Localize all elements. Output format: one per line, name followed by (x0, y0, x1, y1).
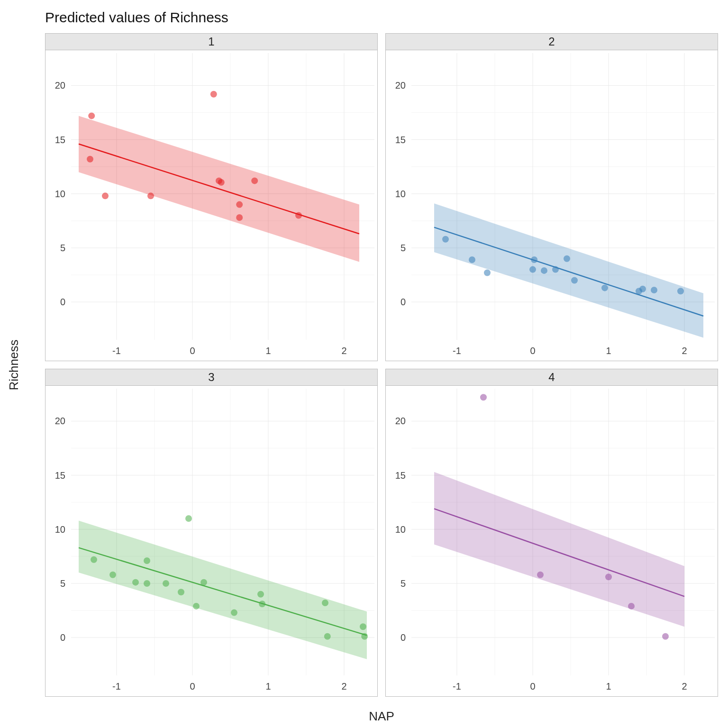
data-point (231, 610, 237, 616)
y-tick-label: 10 (55, 524, 65, 535)
data-point (442, 236, 449, 243)
y-axis-label: Richness (7, 340, 21, 391)
data-point (480, 394, 487, 400)
data-point (236, 214, 243, 221)
y-tick-label: 10 (395, 189, 406, 199)
data-point (102, 192, 109, 199)
data-point (529, 266, 536, 273)
y-tick-label: 5 (60, 578, 65, 589)
fit-line (79, 548, 367, 636)
facet-4: 4 -101205101520 (385, 369, 718, 697)
data-point (147, 192, 154, 199)
x-tick-label: 2 (682, 346, 687, 356)
chart-title: Predicted values of Richness (45, 9, 228, 26)
data-point (360, 623, 366, 630)
confidence-ribbon (79, 521, 367, 659)
x-tick-label: 2 (341, 346, 346, 356)
y-tick-label: 15 (395, 135, 406, 145)
data-point (677, 288, 684, 294)
y-tick-label: 5 (400, 243, 406, 253)
data-point (361, 633, 368, 640)
data-point (541, 267, 547, 274)
y-tick-label: 20 (55, 416, 65, 426)
data-point (193, 603, 200, 610)
data-point (132, 579, 139, 586)
data-point (185, 515, 192, 522)
confidence-ribbon (434, 203, 703, 337)
data-point (144, 580, 150, 587)
y-tick-label: 15 (55, 135, 65, 145)
y-tick-label: 20 (55, 80, 65, 91)
x-tick-label: 1 (265, 681, 271, 692)
facet-3: 3 -101205101520 (45, 369, 378, 697)
y-tick-label: 0 (60, 297, 65, 307)
data-point (210, 91, 217, 98)
data-point (88, 112, 95, 119)
facet-strip: 1 (45, 33, 378, 50)
y-tick-label: 15 (55, 470, 65, 481)
data-point (564, 255, 570, 262)
plot-panel: -101205101520 (45, 385, 378, 697)
plot-panel: -101205101520 (45, 50, 378, 361)
fit-line (434, 228, 703, 316)
data-point (163, 580, 169, 587)
data-point (571, 277, 578, 283)
x-tick-label: -1 (112, 346, 121, 356)
x-tick-label: 0 (190, 346, 195, 356)
y-tick-label: 5 (400, 578, 406, 589)
data-point (324, 633, 331, 640)
data-point (639, 286, 646, 292)
facet-strip: 4 (385, 369, 718, 385)
x-tick-label: 2 (682, 681, 687, 692)
data-point (295, 212, 302, 218)
facet-strip: 3 (45, 369, 378, 385)
x-tick-label: 1 (606, 346, 611, 356)
data-point (601, 284, 608, 291)
data-point (484, 269, 491, 276)
data-point (236, 201, 243, 208)
data-point (322, 600, 328, 606)
y-tick-label: 0 (400, 297, 406, 307)
data-point (259, 601, 265, 607)
x-tick-label: -1 (112, 681, 121, 692)
data-point (200, 579, 207, 586)
y-tick-label: 5 (60, 243, 65, 253)
fit-line (79, 144, 359, 234)
data-point (605, 573, 612, 580)
plot-panel: -101205101520 (385, 385, 718, 697)
data-point (218, 179, 225, 186)
x-tick-label: 1 (265, 346, 271, 356)
y-tick-label: 20 (395, 416, 406, 426)
data-point (651, 287, 657, 293)
y-tick-label: 10 (395, 524, 406, 535)
y-tick-label: 0 (60, 632, 65, 643)
data-point (552, 266, 559, 273)
facet-grid: 1 -101205101520 2 -101205101520 3 -10120… (45, 33, 718, 697)
facet-strip: 2 (385, 33, 718, 50)
x-tick-label: 2 (341, 681, 346, 692)
data-point (109, 572, 116, 578)
x-tick-label: 0 (530, 681, 535, 692)
x-tick-label: 0 (190, 681, 195, 692)
x-tick-label: -1 (453, 346, 461, 356)
y-tick-label: 20 (395, 80, 406, 91)
facet-1: 1 -101205101520 (45, 33, 378, 361)
data-point (257, 591, 264, 598)
plot-panel: -101205101520 (385, 50, 718, 361)
data-point (469, 256, 475, 263)
data-point (144, 557, 150, 564)
data-point (251, 177, 258, 184)
data-point (537, 572, 544, 578)
data-point (91, 556, 97, 563)
x-tick-label: 0 (530, 346, 535, 356)
data-point (531, 256, 537, 263)
facet-2: 2 -101205101520 (385, 33, 718, 361)
data-point (87, 156, 93, 163)
y-tick-label: 15 (395, 470, 406, 481)
x-axis-label: NAP (369, 709, 394, 723)
y-tick-label: 0 (400, 632, 406, 643)
data-point (178, 589, 184, 595)
y-tick-label: 10 (55, 189, 65, 199)
x-tick-label: -1 (453, 681, 461, 692)
data-point (628, 603, 635, 610)
